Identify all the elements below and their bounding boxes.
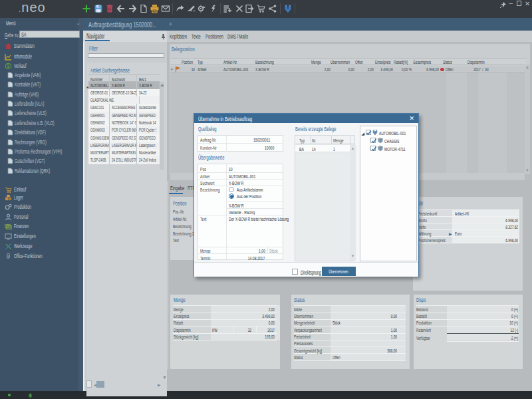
svg-text:$: $	[7, 63, 10, 69]
